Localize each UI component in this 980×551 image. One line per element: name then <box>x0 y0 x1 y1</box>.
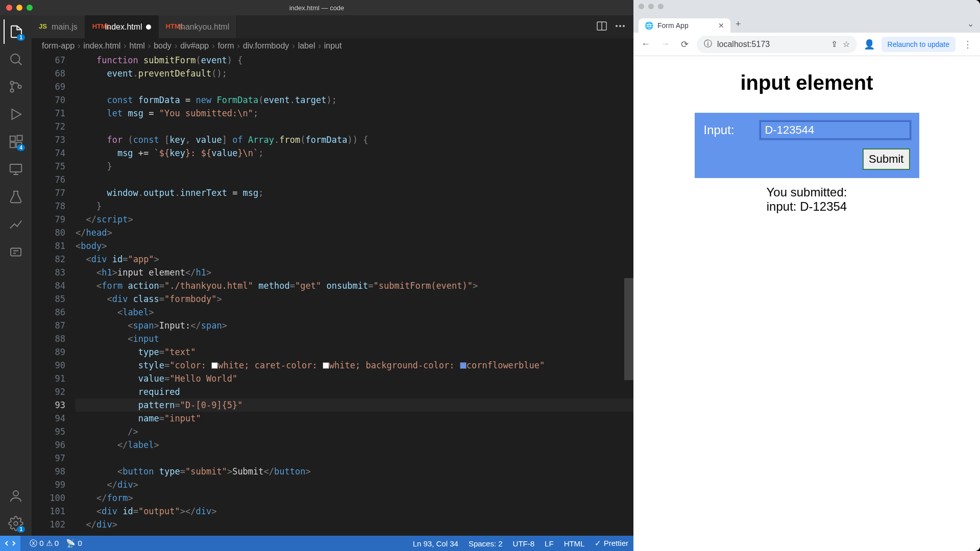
ports-icon[interactable] <box>4 240 28 264</box>
code-line[interactable]: <div class="formbody"> <box>76 292 633 306</box>
code-line[interactable]: for (const [key, value] of Array.from(fo… <box>76 133 633 146</box>
line-number[interactable]: 94 <box>32 412 65 425</box>
line-number[interactable]: 82 <box>32 253 65 266</box>
code-line[interactable]: </form> <box>76 491 633 505</box>
reload-button[interactable]: ⟳ <box>677 37 692 52</box>
extensions-icon[interactable]: 4 <box>4 130 28 154</box>
tab-close-icon[interactable]: ✕ <box>718 21 724 30</box>
relaunch-button[interactable]: Relaunch to update <box>881 37 955 52</box>
line-number[interactable]: 74 <box>32 146 65 160</box>
line-number[interactable]: 86 <box>32 306 65 319</box>
close-window-icon[interactable] <box>6 5 12 11</box>
breadcrumb-item[interactable]: index.html <box>83 41 120 51</box>
line-number[interactable]: 76 <box>32 173 65 186</box>
code-line[interactable]: event.preventDefault(); <box>76 67 633 80</box>
line-number[interactable]: 93 <box>32 398 65 412</box>
split-editor-icon[interactable] <box>596 20 608 34</box>
code-line[interactable]: } <box>76 160 633 173</box>
code-line[interactable]: function submitForm(event) { <box>76 54 633 67</box>
code-line[interactable]: <body> <box>76 239 633 253</box>
settings-gear-icon[interactable]: 1 <box>4 511 28 536</box>
search-icon[interactable] <box>4 47 28 71</box>
forward-button[interactable]: → <box>658 37 672 52</box>
ports-status[interactable]: 📡 0 <box>66 539 82 548</box>
cursor-position[interactable]: Ln 93, Col 34 <box>413 539 458 548</box>
code-line[interactable]: required <box>76 385 633 398</box>
explorer-icon[interactable]: 1 <box>4 19 28 44</box>
code-line[interactable]: <label> <box>76 306 633 319</box>
breadcrumb-item[interactable]: div#app <box>180 41 209 51</box>
code-line[interactable]: name="input" <box>76 412 633 425</box>
code-line[interactable]: value="Hello World" <box>76 372 633 385</box>
line-number[interactable]: 90 <box>32 359 65 372</box>
eol[interactable]: LF <box>545 539 554 548</box>
line-number[interactable]: 75 <box>32 160 65 173</box>
line-number[interactable]: 97 <box>32 452 65 465</box>
line-number[interactable]: 81 <box>32 239 65 253</box>
browser-tab[interactable]: 🌐 Form App ✕ <box>639 18 730 33</box>
encoding[interactable]: UTF-8 <box>513 539 535 548</box>
line-number[interactable]: 73 <box>32 133 65 146</box>
code-line[interactable]: </div> <box>76 518 633 531</box>
line-number[interactable]: 88 <box>32 332 65 345</box>
address-bar[interactable]: ⓘ localhost:5173 ⇪ ☆ <box>697 36 857 53</box>
line-number[interactable]: 79 <box>32 213 65 226</box>
line-number[interactable]: 87 <box>32 319 65 332</box>
code-line[interactable]: let msg = "You submitted:\n"; <box>76 107 633 120</box>
run-debug-icon[interactable] <box>4 102 28 127</box>
line-number[interactable]: 72 <box>32 120 65 133</box>
line-number[interactable]: 95 <box>32 425 65 438</box>
editor-tab-index-html[interactable]: HTMLindex.html <box>85 15 159 38</box>
testing-icon[interactable] <box>4 185 28 209</box>
site-info-icon[interactable]: ⓘ <box>704 39 712 49</box>
code-line[interactable]: } <box>76 199 633 213</box>
line-number[interactable]: 98 <box>32 465 65 478</box>
code-line[interactable] <box>76 452 633 465</box>
line-number[interactable]: 70 <box>32 93 65 107</box>
browser-close-icon[interactable] <box>639 4 644 9</box>
bookmark-icon[interactable]: ☆ <box>843 39 850 49</box>
code-line[interactable]: </label> <box>76 438 633 452</box>
code-line[interactable]: <div id="output"></div> <box>76 505 633 518</box>
code-line[interactable]: msg += `${key}: ${value}\n`; <box>76 146 633 160</box>
remote-explorer-icon[interactable] <box>4 157 28 182</box>
code-line[interactable]: <form action="./thankyou.html" method="g… <box>76 279 633 292</box>
breadcrumb-item[interactable]: label <box>298 41 315 51</box>
breadcrumb-item[interactable]: form-app <box>42 41 75 51</box>
scrollbar-vertical[interactable] <box>624 278 633 380</box>
remote-indicator[interactable] <box>0 536 20 551</box>
line-number[interactable]: 77 <box>32 186 65 199</box>
code-line[interactable] <box>76 80 633 93</box>
code-line[interactable]: <div id="app"> <box>76 253 633 266</box>
browser-more-icon[interactable]: ⋮ <box>961 37 975 52</box>
code-line[interactable]: pattern="D-[0-9]{5}" <box>76 398 633 412</box>
browser-menu-icon[interactable]: ⌄ <box>961 15 980 33</box>
indentation[interactable]: Spaces: 2 <box>469 539 503 548</box>
submit-button[interactable]: Submit <box>863 148 910 170</box>
line-number[interactable]: 68 <box>32 67 65 80</box>
breadcrumb-item[interactable]: body <box>154 41 172 51</box>
browser-maximize-icon[interactable] <box>658 4 664 9</box>
profile-icon[interactable]: 👤 <box>862 37 876 52</box>
code-line[interactable]: </div> <box>76 478 633 491</box>
editor-tab-thankyou-html[interactable]: HTMLthankyou.html <box>159 15 237 38</box>
code-line[interactable] <box>76 120 633 133</box>
code-line[interactable]: style="color: white; caret-color: white;… <box>76 359 633 372</box>
line-number[interactable]: 100 <box>32 491 65 505</box>
breadcrumb[interactable]: form-app›index.html›html›body›div#app›fo… <box>32 38 633 54</box>
breadcrumb-item[interactable]: input <box>324 41 342 51</box>
source-control-icon[interactable] <box>4 74 28 99</box>
new-tab-button[interactable]: + <box>730 16 746 33</box>
breadcrumb-item[interactable]: div.formbody <box>243 41 289 51</box>
line-number[interactable]: 91 <box>32 372 65 385</box>
code-line[interactable]: </script> <box>76 213 633 226</box>
maximize-window-icon[interactable] <box>27 5 33 11</box>
code-line[interactable]: /> <box>76 425 633 438</box>
line-number[interactable]: 92 <box>32 385 65 398</box>
code-line[interactable] <box>76 173 633 186</box>
line-number[interactable]: 99 <box>32 478 65 491</box>
more-actions-icon[interactable] <box>614 20 626 34</box>
code-line[interactable]: <span>Input:</span> <box>76 319 633 332</box>
line-number[interactable]: 96 <box>32 438 65 452</box>
timeline-icon[interactable] <box>4 212 28 237</box>
